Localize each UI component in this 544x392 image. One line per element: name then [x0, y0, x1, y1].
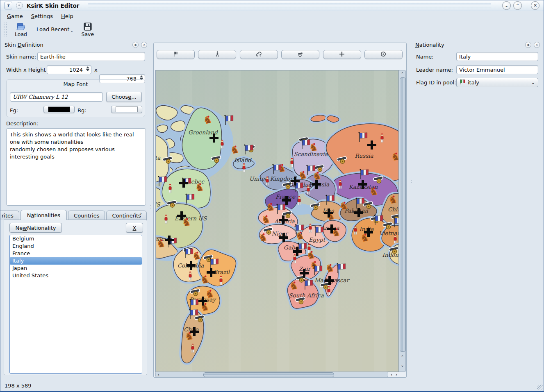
cavalry-tool-button[interactable]: [240, 50, 278, 59]
list-item[interactable]: Belgium: [10, 235, 142, 242]
dock-float-icon[interactable]: ◆: [132, 42, 139, 48]
dock-close-icon[interactable]: ✕: [534, 42, 540, 48]
dock-tab-bar: ritesNationalitiesCountriesContinents: [0, 209, 150, 220]
window-controls: ⌄⌃✕: [500, 1, 539, 10]
description-textarea[interactable]: This skin shows a world that looks like …: [6, 128, 146, 206]
load-icon: [16, 22, 26, 31]
size-separator: x: [94, 67, 98, 73]
fg-color-button[interactable]: [43, 106, 75, 113]
svg-text:♞: ♞: [369, 186, 379, 198]
skin-name-input[interactable]: [37, 52, 145, 61]
list-item[interactable]: France: [10, 250, 142, 257]
italy-flag-icon: [460, 79, 466, 86]
new-nationality-button[interactable]: New Nationality: [9, 223, 62, 233]
title-bar: ? KsirK Skin Editor ⌄⌃✕: [0, 0, 544, 11]
resize-grip[interactable]: [537, 385, 543, 390]
cannon-icon: [297, 50, 304, 59]
svg-text:Western US: Western US: [156, 201, 161, 208]
flag-pool-label: Flag ID in pool:: [416, 79, 456, 86]
nationalities-list: BelgiumEnglandFranceItalyJapanUnited Sta…: [9, 235, 142, 374]
scroll-left-icon[interactable]: ‹: [389, 372, 394, 377]
svg-text:♞: ♞: [298, 169, 308, 182]
list-item[interactable]: England: [10, 242, 142, 250]
nationality-header: Nationality ◆ ✕: [415, 42, 540, 48]
center-icon: [380, 50, 387, 59]
flag-pool-dropdown[interactable]: italy ⌄: [456, 78, 538, 87]
svg-text:♞: ♞: [230, 144, 240, 156]
maximize-icon[interactable]: ⌃: [513, 1, 522, 10]
spin-up-icon[interactable]: [86, 66, 89, 68]
add-anchor-icon: [338, 50, 346, 59]
bg-color-button[interactable]: [111, 106, 142, 113]
spin-up-icon[interactable]: [140, 75, 143, 77]
svg-text:♞: ♞: [205, 288, 215, 301]
nationality-title: Nationality: [415, 42, 444, 48]
scroll-up-icon[interactable]: ⌃: [399, 70, 406, 77]
list-item[interactable]: Japan: [10, 265, 142, 272]
scroll-right-icon[interactable]: ›: [394, 372, 399, 377]
spin-down-icon[interactable]: [86, 69, 89, 71]
width-spinbox[interactable]: [47, 65, 91, 74]
map-hscroll-thumb[interactable]: [203, 372, 334, 377]
main-toolbar: Load Load Recent ⌄ Save: [0, 21, 544, 39]
tab-scroll-buttons: ‹ ›: [132, 211, 143, 218]
svg-text:♞: ♞: [261, 213, 271, 226]
status-size-text: 198 x 589: [5, 383, 32, 389]
leader-name-input[interactable]: [456, 65, 538, 74]
tab-countries[interactable]: Countries: [68, 211, 105, 220]
center-tool-button[interactable]: [364, 50, 403, 59]
nationality-name-input[interactable]: [456, 52, 538, 61]
scroll-up-icon[interactable]: ⌃: [399, 353, 406, 360]
map-toolbar: [157, 50, 403, 60]
font-choose-button[interactable]: Choose...: [106, 92, 142, 102]
map-vscroll-thumb[interactable]: [400, 77, 406, 352]
tab-scroll-left-icon[interactable]: ‹: [134, 211, 136, 216]
svg-text:♞: ♞: [194, 181, 205, 194]
tab-scroll-right-icon[interactable]: ›: [140, 211, 142, 216]
scroll-down-icon[interactable]: ⌄: [399, 362, 406, 368]
svg-text:Russia: Russia: [355, 152, 373, 159]
size-label: Width x Height: [6, 67, 46, 73]
svg-text:♞: ♞: [289, 280, 299, 292]
list-item[interactable]: Italy: [10, 257, 142, 265]
svg-text:Egypt: Egypt: [309, 236, 326, 243]
svg-text:Brazil: Brazil: [213, 269, 230, 275]
leader-name-label: Leader name:: [416, 67, 453, 73]
cannon-tool-button[interactable]: [281, 50, 319, 59]
svg-text:♞: ♞: [325, 262, 335, 275]
add-anchor-tool-button[interactable]: [323, 50, 361, 59]
load-button[interactable]: Load: [10, 21, 32, 37]
minimize-icon[interactable]: ⌄: [502, 1, 511, 10]
svg-text:United Kingdom: United Kingdom: [249, 175, 295, 182]
menu-game[interactable]: Game: [3, 12, 27, 20]
skin-name-label: Skin name:: [6, 54, 36, 60]
skin-definition-title: Skin Definition: [5, 42, 43, 48]
tab-rites[interactable]: rites: [0, 211, 19, 220]
font-preview-field: [10, 92, 103, 102]
nationality-name-label: Name:: [416, 54, 434, 60]
menu-help[interactable]: Help: [57, 12, 77, 20]
svg-text:Alberta: Alberta: [156, 154, 161, 161]
chevron-down-icon: ⌄: [531, 80, 535, 85]
help-icon[interactable]: ?: [5, 2, 12, 9]
splitter-handle[interactable]: [150, 205, 151, 211]
svg-text:♞: ♞: [203, 114, 213, 127]
dock-close-icon[interactable]: ✕: [141, 42, 147, 48]
map-canvas[interactable]: AlbertaWestern USGroenlandIslandQuebecEa…: [155, 70, 399, 372]
splitter-handle[interactable]: [410, 180, 412, 186]
menu-settings[interactable]: Settings: [27, 12, 57, 20]
list-item[interactable]: United States: [10, 272, 142, 279]
toolbar-handle[interactable]: [4, 23, 7, 36]
scroll-left-icon[interactable]: ‹: [155, 372, 162, 377]
save-button[interactable]: Save: [78, 21, 97, 37]
load-recent-button[interactable]: Load Recent ⌄: [32, 21, 78, 37]
flag-tool-button[interactable]: [157, 50, 195, 59]
skin-definition-header: Skin Definition ◆ ✕: [5, 42, 147, 48]
close-icon[interactable]: ✕: [531, 1, 539, 10]
infantry-tool-button[interactable]: [198, 50, 236, 59]
svg-text:♞: ♞: [156, 238, 166, 250]
tab-nationalities[interactable]: Nationalities: [20, 210, 67, 220]
width-input[interactable]: [47, 65, 91, 74]
delete-nationality-button[interactable]: X: [126, 223, 143, 233]
dock-float-icon[interactable]: ◆: [525, 42, 531, 48]
